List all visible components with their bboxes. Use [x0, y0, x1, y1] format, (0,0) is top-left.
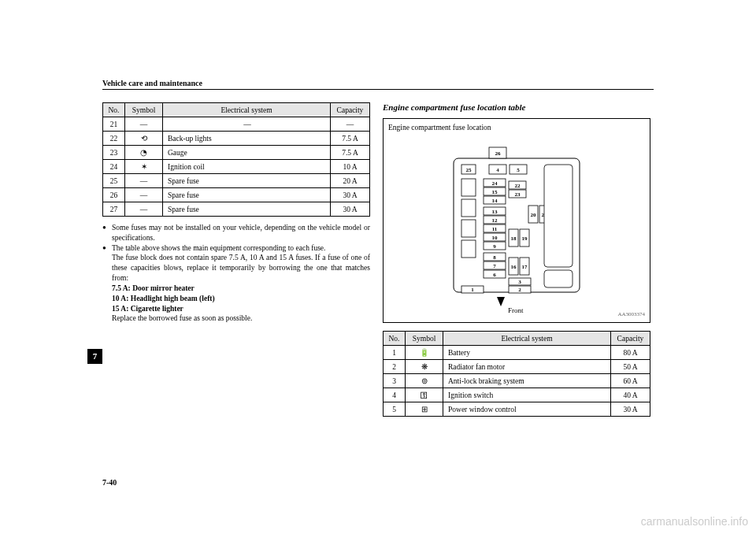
- svg-text:1: 1: [471, 287, 474, 293]
- cell-symbol: —: [125, 188, 163, 202]
- cell-symbol: —: [125, 202, 163, 217]
- col-capacity: Capacity: [611, 332, 650, 346]
- cell-capacity: 30 A: [331, 188, 370, 202]
- col-symbol: Symbol: [406, 332, 443, 346]
- note-p2: Replace the borrowed fuse as soon as pos…: [102, 313, 370, 324]
- cell-system: Ignition coil: [163, 160, 331, 174]
- cell-capacity: 80 A: [611, 346, 650, 360]
- svg-text:5: 5: [517, 167, 520, 173]
- cell-system: Spare fuse: [163, 174, 331, 188]
- svg-text:6: 6: [493, 272, 496, 278]
- cell-system: Ignition switch: [443, 388, 611, 402]
- table-row: 2❋Radiator fan motor50 A: [384, 360, 650, 374]
- col-no: No.: [384, 332, 406, 346]
- svg-rect-10: [461, 199, 476, 217]
- svg-text:9: 9: [493, 243, 496, 250]
- page-content: No. Symbol Electrical system Capacity 21…: [102, 102, 654, 417]
- cell-symbol: —: [125, 174, 163, 188]
- header-rule: [102, 89, 654, 90]
- svg-text:18: 18: [511, 235, 517, 242]
- table-row: 23◔Gauge7.5 A: [103, 146, 370, 160]
- cell-symbol: ❋: [406, 360, 443, 374]
- cell-symbol: ✶: [125, 160, 163, 174]
- cell-capacity: 7.5 A: [331, 146, 370, 160]
- cell-capacity: 50 A: [611, 360, 650, 374]
- table-row: 22⟲Back-up lights7.5 A: [103, 132, 370, 146]
- table-row: 3⊚Anti-lock braking system60 A: [384, 374, 650, 388]
- col-system: Electrical system: [163, 103, 331, 117]
- watermark: carmanualsonline.info: [641, 515, 748, 528]
- right-section-title: Engine compartment fuse location table: [383, 102, 650, 112]
- cell-capacity: 30 A: [611, 402, 650, 417]
- svg-rect-9: [461, 179, 476, 196]
- fuse-diagram-box: Engine compartment fuse location 26 25 4…: [383, 118, 650, 323]
- cell-no: 22: [103, 132, 125, 146]
- note-bullet-1: Some fuses may not be installed on your …: [102, 223, 370, 243]
- cell-capacity: —: [331, 117, 370, 132]
- cell-system: —: [163, 117, 331, 132]
- svg-text:16: 16: [511, 264, 517, 270]
- cell-symbol: ⚿: [406, 388, 443, 402]
- cell-no: 26: [103, 188, 125, 202]
- cell-symbol: 🔋: [406, 346, 443, 360]
- cell-no: 25: [103, 174, 125, 188]
- note-bullet-2: The table above shows the main equipment…: [102, 243, 370, 254]
- svg-text:15: 15: [492, 189, 498, 195]
- right-column: Engine compartment fuse location table E…: [383, 102, 650, 417]
- table-row: 4⚿Ignition switch40 A: [384, 388, 650, 402]
- svg-rect-52: [544, 270, 573, 287]
- svg-rect-11: [461, 220, 476, 237]
- cell-symbol: ◔: [125, 146, 163, 160]
- cell-capacity: 10 A: [331, 160, 370, 174]
- svg-text:11: 11: [492, 226, 498, 232]
- svg-rect-12: [461, 240, 476, 258]
- note-l1: 7.5 A: Door mirror heater: [102, 284, 370, 294]
- cell-no: 5: [384, 402, 406, 417]
- svg-text:26: 26: [495, 150, 502, 157]
- table-row: 24✶Ignition coil10 A: [103, 160, 370, 174]
- svg-text:23: 23: [515, 191, 521, 198]
- fuse-table-right: No. Symbol Electrical system Capacity 1🔋…: [383, 331, 650, 417]
- cell-system: Anti-lock braking system: [443, 374, 611, 388]
- cell-system: Back-up lights: [163, 132, 331, 146]
- cell-symbol: ⊞: [406, 402, 443, 417]
- cell-symbol: ⊚: [406, 374, 443, 388]
- cell-capacity: 40 A: [611, 388, 650, 402]
- svg-text:13: 13: [492, 209, 498, 215]
- cell-capacity: 30 A: [331, 202, 370, 217]
- svg-text:2: 2: [518, 287, 521, 293]
- svg-text:12: 12: [492, 217, 498, 224]
- front-label: Front: [508, 306, 524, 314]
- table-header-row: No. Symbol Electrical system Capacity: [384, 332, 650, 346]
- fuse-location-diagram: 26 25 4 5 24 15 14 13 12 11 10 9 8: [430, 138, 603, 311]
- svg-text:20: 20: [531, 212, 537, 218]
- cell-system: Battery: [443, 346, 611, 360]
- cell-no: 24: [103, 160, 125, 174]
- fuse-table-left: No. Symbol Electrical system Capacity 21…: [102, 102, 370, 217]
- svg-rect-51: [544, 165, 573, 267]
- svg-text:4: 4: [496, 167, 499, 173]
- notes-block: Some fuses may not be installed on your …: [102, 223, 370, 324]
- page-number: 7-40: [102, 478, 117, 487]
- col-capacity: Capacity: [331, 103, 370, 117]
- svg-text:24: 24: [492, 180, 498, 187]
- col-symbol: Symbol: [125, 103, 163, 117]
- cell-symbol: ⟲: [125, 132, 163, 146]
- cell-no: 21: [103, 117, 125, 132]
- left-column: No. Symbol Electrical system Capacity 21…: [102, 102, 370, 417]
- table-row: 5⊞Power window control30 A: [384, 402, 650, 417]
- col-no: No.: [103, 103, 125, 117]
- cell-no: 1: [384, 346, 406, 360]
- svg-text:3: 3: [518, 279, 521, 285]
- cell-no: 2: [384, 360, 406, 374]
- section-header: Vehicle care and maintenance: [102, 79, 202, 87]
- note-l3: 15 A: Cigarette lighter: [102, 304, 370, 314]
- cell-system: Spare fuse: [163, 202, 331, 217]
- svg-marker-59: [497, 297, 505, 306]
- cell-system: Spare fuse: [163, 188, 331, 202]
- table-row: 25—Spare fuse20 A: [103, 174, 370, 188]
- table-row: 27—Spare fuse30 A: [103, 202, 370, 217]
- cell-symbol: —: [125, 117, 163, 132]
- svg-text:10: 10: [492, 235, 498, 241]
- col-system: Electrical system: [443, 332, 611, 346]
